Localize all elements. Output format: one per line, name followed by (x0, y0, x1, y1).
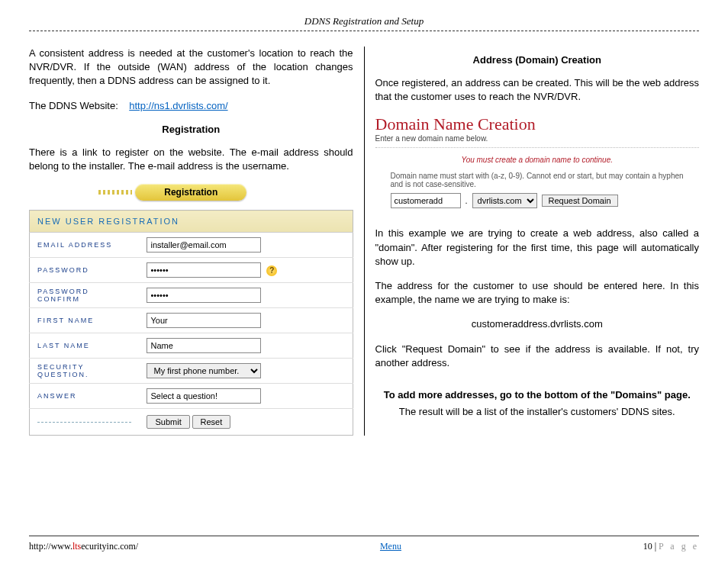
footer-rule (29, 536, 699, 536)
registration-form: NEW USER REGISTRATION EMAIL ADDRESS PASS… (29, 210, 353, 436)
decorative-glitch (37, 422, 131, 424)
request-instructions: Click "Request Domain" to see if the add… (375, 343, 700, 370)
website-line: The DDNS Website: http://ns1.dvrlists.co… (29, 99, 353, 113)
password-confirm-label: PASSWORD CONFIRM (30, 283, 140, 308)
page-number: 10 | P a g e (643, 541, 699, 552)
left-column: A consistent address is needed at the cu… (29, 47, 365, 436)
firstname-field[interactable] (147, 313, 261, 328)
add-more-note: To add more addresses, go to the bottom … (375, 388, 700, 402)
registration-paragraph: There is a link to register on the websi… (29, 146, 353, 173)
reset-button[interactable]: Reset (192, 415, 231, 429)
email-field[interactable] (147, 237, 261, 253)
domain-creation-panel: Domain Name Creation Enter a new domain … (375, 114, 700, 216)
content-columns: A consistent address is needed at the cu… (29, 47, 699, 436)
password-field[interactable] (147, 262, 261, 278)
domain-warning: You must create a domain name to continu… (375, 156, 700, 164)
security-question-label: SECURITY QUESTION. (30, 359, 140, 384)
password-confirm-field[interactable] (147, 288, 261, 303)
help-icon[interactable]: ? (266, 265, 277, 276)
lastname-field[interactable] (147, 338, 261, 353)
right-column: Address (Domain) Creation Once registere… (365, 47, 700, 436)
domain-creation-subtitle: Enter a new domain name below. (375, 134, 700, 143)
lastname-label: LAST NAME (30, 333, 140, 359)
email-label: EMAIL ADDRESS (30, 233, 140, 258)
answer-label: ANSWER (30, 384, 140, 409)
dotted-rule (375, 147, 700, 148)
example-address: customeraddress.dvrlists.com (375, 317, 700, 331)
intro-paragraph: A consistent address is needed at the cu… (29, 47, 353, 88)
example-paragraph-1: In this example we are trying to create … (375, 227, 700, 269)
answer-field[interactable] (147, 388, 261, 404)
address-creation-heading: Address (Domain) Creation (375, 54, 700, 66)
example-paragraph-2: The address for the customer to use shou… (375, 279, 700, 307)
password-label: PASSWORD (30, 258, 140, 283)
footer-menu-link[interactable]: Menu (380, 541, 401, 552)
domain-hint: Domain name must start with (a-z, 0-9). … (375, 172, 700, 193)
form-title: NEW USER REGISTRATION (30, 211, 353, 233)
address-creation-paragraph: Once registered, an address can be creat… (375, 76, 700, 104)
domain-input[interactable] (391, 193, 461, 208)
registration-heading: Registration (29, 124, 353, 135)
domain-creation-title: Domain Name Creation (375, 114, 700, 134)
page-footer: http://www.ltsecurityinc.com/ Menu 10 | … (29, 536, 699, 552)
security-question-select[interactable]: My first phone number. (147, 363, 261, 378)
submit-button[interactable]: Submit (147, 415, 189, 429)
dot-separator: . (465, 196, 468, 205)
firstname-label: FIRST NAME (30, 308, 140, 333)
footer-url: http://www.ltsecurityinc.com/ (29, 541, 138, 552)
page-header: DDNS Registration and Setup (29, 15, 699, 31)
domain-suffix-select[interactable]: dvrlists.com (472, 193, 537, 208)
request-domain-button[interactable]: Request Domain (542, 195, 618, 207)
website-label: The DDNS Website: (29, 100, 118, 111)
header-rule (29, 31, 699, 31)
domain-input-row: . dvrlists.com Request Domain (375, 193, 700, 216)
result-note: The result will be a list of the install… (375, 405, 700, 419)
registration-pill-button[interactable]: Registration (135, 184, 246, 201)
ddns-website-link[interactable]: http://ns1.dvrlists.com/ (129, 100, 227, 111)
